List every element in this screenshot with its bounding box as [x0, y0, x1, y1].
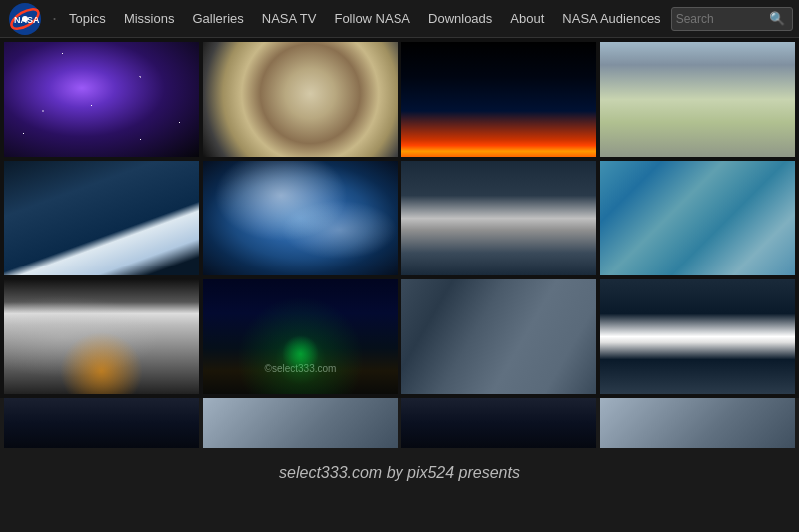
image-jupiter	[203, 42, 398, 157]
grid-item-ocean-swirls[interactable]	[600, 161, 795, 275]
navbar: NASA · Topics Missions Galleries NASA TV…	[0, 0, 799, 38]
image-capsule	[401, 161, 596, 275]
grid-item-partial-1[interactable]	[4, 398, 199, 448]
image-astronaut-spacewalk	[600, 279, 795, 394]
image-rocket-launch	[401, 42, 596, 157]
grid-item-astronaut-spacewalk[interactable]	[600, 279, 795, 394]
watermark: select333.com by pix524 presents	[0, 464, 799, 482]
svg-point-3	[22, 16, 28, 22]
nav-nasa-audiences[interactable]: NASA Audiences	[554, 0, 668, 38]
nav-about[interactable]: About	[502, 0, 552, 38]
grid-item-iss-spacewalk[interactable]	[4, 161, 199, 275]
image-partial-3	[401, 398, 596, 448]
grid-item-rocket-smoke[interactable]	[4, 279, 199, 394]
grid-item-earth-clouds[interactable]	[203, 161, 398, 275]
grid-item-capsule[interactable]	[401, 161, 596, 275]
search-container: 🔍	[671, 7, 793, 31]
partial-row	[0, 398, 799, 452]
image-grid: ©select333.com	[0, 38, 799, 398]
grid-item-rover-night[interactable]: ©select333.com	[203, 279, 398, 394]
grid-item-drone[interactable]	[600, 42, 795, 157]
nav-divider-1: ·	[50, 8, 59, 29]
grid-item-partial-2[interactable]	[203, 398, 398, 448]
nav-nasa-tv[interactable]: NASA TV	[254, 0, 325, 38]
grid-item-jupiter[interactable]	[203, 42, 398, 157]
image-drone	[600, 42, 795, 157]
image-earth-clouds	[203, 161, 398, 275]
search-input[interactable]	[676, 12, 766, 26]
grid-item-stars-cluster[interactable]	[4, 42, 199, 157]
image-iss-spacewalk	[4, 161, 199, 275]
watermark-text: select333.com by pix524 presents	[279, 464, 520, 481]
search-button[interactable]: 🔍	[766, 11, 788, 26]
grid-item-partial-4[interactable]	[600, 398, 795, 448]
image-partial-4	[600, 398, 795, 448]
nasa-logo: NASA	[8, 2, 42, 36]
nav-missions[interactable]: Missions	[116, 0, 183, 38]
image-partial-1	[4, 398, 199, 448]
grid-item-partial-3[interactable]	[401, 398, 596, 448]
grid-item-feather[interactable]	[401, 279, 596, 394]
image-stars-cluster	[4, 42, 199, 157]
nav-downloads[interactable]: Downloads	[420, 0, 500, 38]
image-rocket-smoke	[4, 279, 199, 394]
image-feather	[401, 279, 596, 394]
image-rover-night: ©select333.com	[203, 279, 398, 394]
grid-item-rocket-launch[interactable]	[401, 42, 596, 157]
image-ocean-swirls	[600, 161, 795, 275]
nav-follow-nasa[interactable]: Follow NASA	[326, 0, 418, 38]
nav-galleries[interactable]: Galleries	[184, 0, 251, 38]
nav-topics[interactable]: Topics	[61, 0, 114, 38]
image-partial-2	[203, 398, 398, 448]
